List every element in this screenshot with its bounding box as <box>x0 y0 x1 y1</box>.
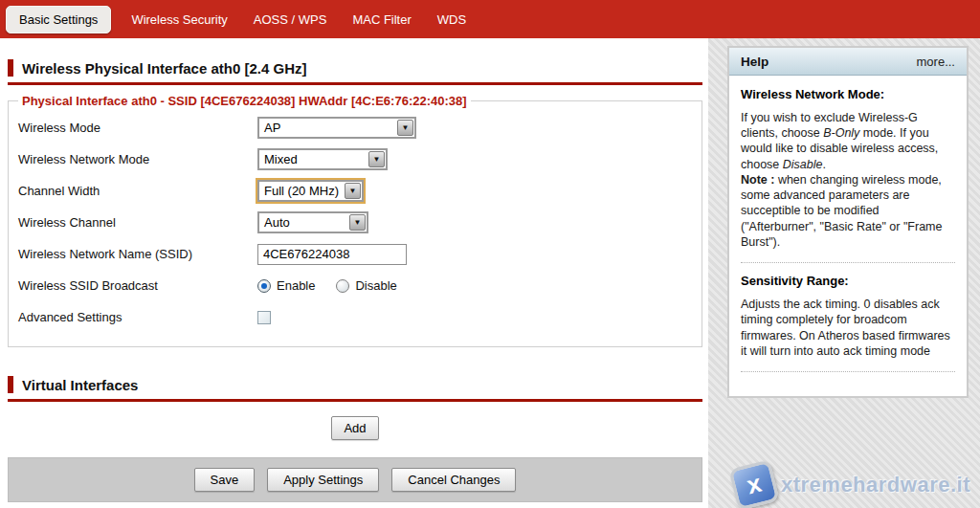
help-panel: Help more... Wireless Network Mode: If y… <box>727 46 969 398</box>
help-divider <box>741 371 955 372</box>
action-button-bar: Save Apply Settings Cancel Changes <box>8 457 702 502</box>
help-section1-heading: Wireless Network Mode: <box>741 87 955 103</box>
wireless-channel-label: Wireless Channel <box>18 215 257 230</box>
main-panel: Wireless Physical Interface ath0 [2.4 GH… <box>0 38 708 508</box>
ssid-broadcast-disable-radio[interactable] <box>336 279 349 293</box>
channel-width-value: Full (20 MHz) <box>259 182 344 200</box>
tab-aoss-wps[interactable]: AOSS / WPS <box>248 7 333 33</box>
apply-settings-button[interactable]: Apply Settings <box>267 468 379 492</box>
top-nav-bar: Basic Settings Wireless Security AOSS / … <box>0 0 980 38</box>
dropdown-arrow-icon[interactable]: ▼ <box>349 214 366 231</box>
section-header-virtual-interfaces: Virtual Interfaces <box>8 376 702 393</box>
help-body: Wireless Network Mode: If you wish to ex… <box>729 76 967 396</box>
wireless-network-mode-value: Mixed <box>259 150 368 168</box>
watermark: x xtremehardware.it <box>733 464 970 506</box>
physical-interface-fieldset: Physical Interface ath0 - SSID [4CE67622… <box>8 94 702 347</box>
tab-mac-filter[interactable]: MAC Filter <box>346 7 416 33</box>
dropdown-arrow-icon[interactable]: ▼ <box>368 151 385 167</box>
watermark-text: xtremehardware.it <box>781 473 970 497</box>
help-divider <box>741 262 955 263</box>
help-section2-text: Adjusts the ack timing. 0 disables ack t… <box>741 297 955 359</box>
wireless-network-mode-row: Wireless Network Mode Mixed ▼ <box>18 144 692 175</box>
tab-basic-settings[interactable]: Basic Settings <box>6 6 111 33</box>
wireless-channel-value: Auto <box>259 213 348 232</box>
enable-radio-label: Enable <box>277 278 315 293</box>
page-title: Wireless Physical Interface ath0 [2.4 GH… <box>22 60 307 77</box>
section-divider <box>8 82 702 85</box>
dropdown-arrow-icon[interactable]: ▼ <box>345 183 361 199</box>
wireless-network-mode-select[interactable]: Mixed ▼ <box>257 148 388 170</box>
wireless-mode-label: Wireless Mode <box>18 121 257 135</box>
ssid-broadcast-enable-radio[interactable] <box>257 279 271 293</box>
fieldset-legend: Physical Interface ath0 - SSID [4CE67622… <box>18 94 471 108</box>
dropdown-arrow-icon[interactable]: ▼ <box>397 120 413 136</box>
help-sidebar: Help more... Wireless Network Mode: If y… <box>708 38 980 508</box>
help-header: Help more... <box>729 48 967 76</box>
help-section2-heading: Sensitivity Range: <box>741 274 955 290</box>
section-header-physical-interface: Wireless Physical Interface ath0 [2.4 GH… <box>8 59 702 77</box>
help-section1-text: If you wish to exclude Wireless-G client… <box>741 110 955 250</box>
tab-wds[interactable]: WDS <box>432 7 472 33</box>
wireless-mode-value: AP <box>259 119 396 137</box>
section-accent-bar <box>8 376 13 393</box>
wireless-mode-select[interactable]: AP ▼ <box>257 117 416 139</box>
help-more-link[interactable]: more... <box>917 55 955 69</box>
channel-width-label: Channel Width <box>18 184 257 198</box>
ssid-broadcast-row: Wireless SSID Broadcast Enable Disable <box>18 270 692 301</box>
wireless-channel-row: Wireless Channel Auto ▼ <box>18 207 692 238</box>
wireless-network-mode-label: Wireless Network Mode <box>18 152 257 166</box>
advanced-settings-row: Advanced Settings <box>18 301 692 333</box>
channel-width-row: Channel Width Full (20 MHz) ▼ <box>18 175 692 207</box>
ssid-label: Wireless Network Name (SSID) <box>18 247 257 261</box>
router-config-page: Basic Settings Wireless Security AOSS / … <box>0 0 980 508</box>
help-title: Help <box>741 55 768 69</box>
channel-width-select[interactable]: Full (20 MHz) ▼ <box>257 180 364 202</box>
wireless-channel-select[interactable]: Auto ▼ <box>257 211 368 233</box>
tab-wireless-security[interactable]: Wireless Security <box>125 7 233 33</box>
xtremehardware-logo-icon: x <box>728 459 779 508</box>
save-button[interactable]: Save <box>194 468 256 492</box>
virtual-interfaces-title: Virtual Interfaces <box>22 377 138 393</box>
section-divider <box>8 399 702 402</box>
advanced-settings-label: Advanced Settings <box>18 310 257 324</box>
add-button[interactable]: Add <box>331 416 378 440</box>
advanced-settings-checkbox[interactable] <box>257 311 271 324</box>
ssid-input[interactable] <box>257 244 407 265</box>
cancel-changes-button[interactable]: Cancel Changes <box>391 468 516 492</box>
ssid-broadcast-label: Wireless SSID Broadcast <box>18 278 257 293</box>
wireless-mode-row: Wireless Mode AP ▼ <box>18 112 692 144</box>
section-accent-bar <box>8 59 13 77</box>
disable-radio-label: Disable <box>355 278 396 293</box>
ssid-row: Wireless Network Name (SSID) <box>18 238 692 270</box>
